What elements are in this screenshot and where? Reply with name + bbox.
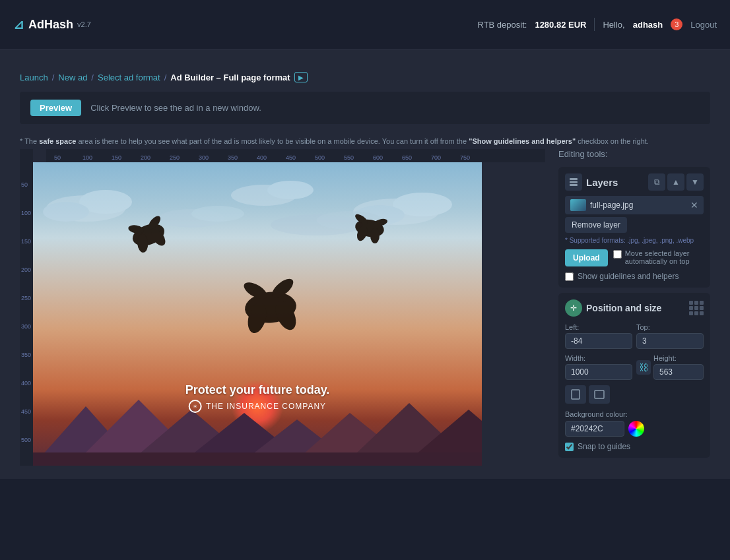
right-panel: Editing tools: Layers ⧉ ▲: [558, 149, 710, 466]
bg-color-label: Background colour:: [565, 410, 704, 418]
top-label: Top:: [636, 323, 704, 331]
skydivers-svg: [33, 162, 482, 390]
svg-rect-39: [572, 390, 580, 399]
canvas-container: 50 100 150 200 250 300 350 400 450 500 5…: [20, 149, 545, 466]
grid-align-icon[interactable]: [689, 301, 704, 315]
breadcrumb-sep2: /: [91, 73, 94, 82]
auto-move-text: Move selected layer automatically on top: [625, 249, 704, 265]
upload-row: Upload Move selected layer automatically…: [565, 249, 704, 266]
ad-company: ☀ THE INSURANCE COMPANY: [185, 400, 330, 413]
width-field-group: Width:: [565, 354, 632, 380]
layer-name: full-page.jpg: [590, 201, 686, 210]
ad-canvas: Protect your future today. ☀ THE INSURAN…: [33, 162, 482, 466]
layers-copy-button[interactable]: ⧉: [648, 173, 665, 191]
remove-layer-button[interactable]: Remove layer: [565, 217, 627, 233]
width-input[interactable]: [565, 364, 632, 380]
main-wrapper: Launch / New ad / Select ad format / Ad …: [0, 49, 730, 479]
left-input[interactable]: [565, 333, 632, 349]
resize-portrait-button[interactable]: [565, 385, 586, 404]
safe-space-note: * The safe space area is there to help y…: [20, 137, 710, 145]
logo-icon: ⊿: [13, 16, 24, 32]
layers-up-button[interactable]: ▲: [667, 173, 684, 191]
upload-button[interactable]: Upload: [565, 249, 608, 266]
breadcrumb-sep1: /: [52, 73, 55, 82]
snap-to-guides-checkbox[interactable]: [565, 443, 574, 451]
guidelines-checkbox[interactable]: [565, 272, 574, 281]
bg-color-input[interactable]: [565, 421, 624, 437]
auto-move-label: Move selected layer automatically on top: [613, 249, 704, 265]
svg-rect-40: [595, 390, 604, 398]
preview-button[interactable]: Preview: [30, 100, 81, 116]
guidelines-label: Show guidelines and helpers: [578, 272, 679, 281]
canvas-area: 50 100 150 200 250 300 350 400 450 500 5…: [20, 149, 710, 466]
deposit-label: RTB deposit:: [477, 20, 527, 30]
resize-buttons: [565, 385, 704, 404]
width-label: Width:: [565, 354, 632, 362]
notification-badge[interactable]: 3: [671, 18, 682, 30]
editing-tools-title: Editing tools:: [558, 149, 710, 159]
layers-section: Layers ⧉ ▲ ▼ full-page.jpg ✕ Remove laye…: [558, 167, 710, 288]
breadcrumb-new-ad[interactable]: New ad: [58, 73, 87, 82]
ad-text-area: Protect your future today. ☀ THE INSURAN…: [185, 383, 330, 413]
layer-close-button[interactable]: ✕: [690, 200, 698, 210]
svg-rect-36: [570, 178, 578, 180]
position-header: ✛ Position and size: [565, 299, 704, 317]
snap-label: Snap to guides: [578, 442, 630, 451]
top-field-group: Top:: [636, 323, 704, 349]
layer-thumbnail: [570, 199, 586, 211]
svg-rect-35: [33, 452, 482, 466]
height-label: Height:: [653, 354, 704, 362]
height-row: ⛓ Height:: [636, 354, 704, 380]
snap-row: Snap to guides: [565, 442, 704, 451]
breadcrumb-launch[interactable]: Launch: [20, 73, 48, 82]
logout-button[interactable]: Logout: [690, 20, 717, 30]
breadcrumb-sep3: /: [164, 73, 167, 82]
hello-label: Hello,: [603, 20, 624, 30]
play-button[interactable]: ▶: [294, 72, 308, 82]
left-field-group: Left:: [565, 323, 632, 349]
landscape-icon: [594, 390, 605, 399]
position-title: Position and size: [586, 303, 685, 313]
logo-text: AdHash: [28, 18, 73, 32]
logo: ⊿ AdHash v2.7: [13, 16, 91, 32]
layers-title: Layers: [586, 177, 644, 188]
formats-note: * Supported formats: .jpg, .jpeg, .png, …: [565, 237, 704, 244]
layers-stack-icon: [569, 177, 578, 187]
svg-rect-37: [570, 181, 578, 183]
color-picker-wheel[interactable]: [628, 421, 644, 437]
company-logo: ☀: [189, 400, 202, 413]
layer-item[interactable]: full-page.jpg ✕: [565, 196, 704, 214]
preview-bar: Preview Click Preview to see the ad in a…: [20, 92, 710, 124]
breadcrumb-select-format[interactable]: Select ad format: [98, 73, 160, 82]
header: ⊿ AdHash v2.7 RTB deposit: 1280.82 EUR H…: [0, 0, 730, 49]
auto-move-checkbox[interactable]: [613, 250, 622, 259]
svg-rect-38: [570, 184, 578, 186]
layers-icon: [565, 173, 582, 191]
background-color-row: Background colour:: [565, 410, 704, 437]
layers-down-button[interactable]: ▼: [686, 173, 704, 191]
layers-header: Layers ⧉ ▲ ▼: [565, 173, 704, 191]
portrait-icon: [571, 389, 580, 400]
size-fields: Width: ⛓ Height:: [565, 354, 704, 380]
bg-color-input-row: [565, 421, 704, 437]
layers-actions: ⧉ ▲ ▼: [648, 173, 704, 191]
breadcrumb-current: Ad Builder – Full page format: [170, 73, 290, 82]
header-right: RTB deposit: 1280.82 EUR Hello, adhash 3…: [477, 18, 717, 31]
resize-landscape-button[interactable]: [589, 385, 610, 404]
header-divider: [594, 18, 595, 31]
position-section: ✛ Position and size Left: Top:: [558, 293, 710, 458]
position-icon: ✛: [565, 299, 582, 317]
username: adhash: [633, 20, 663, 30]
breadcrumb: Launch / New ad / Select ad format / Ad …: [20, 63, 710, 92]
height-input[interactable]: [653, 364, 704, 380]
left-label: Left:: [565, 323, 632, 331]
ad-headline: Protect your future today.: [185, 383, 330, 397]
top-input[interactable]: [636, 333, 704, 349]
svg-point-21: [370, 228, 380, 243]
guideline-row: Show guidelines and helpers: [565, 272, 704, 281]
deposit-value: 1280.82 EUR: [535, 20, 586, 30]
size-link-button[interactable]: ⛓: [636, 360, 651, 375]
company-name: THE INSURANCE COMPANY: [206, 402, 326, 411]
height-field-group: Height:: [653, 354, 704, 380]
preview-description: Click Preview to see the ad in a new win…: [90, 103, 261, 113]
